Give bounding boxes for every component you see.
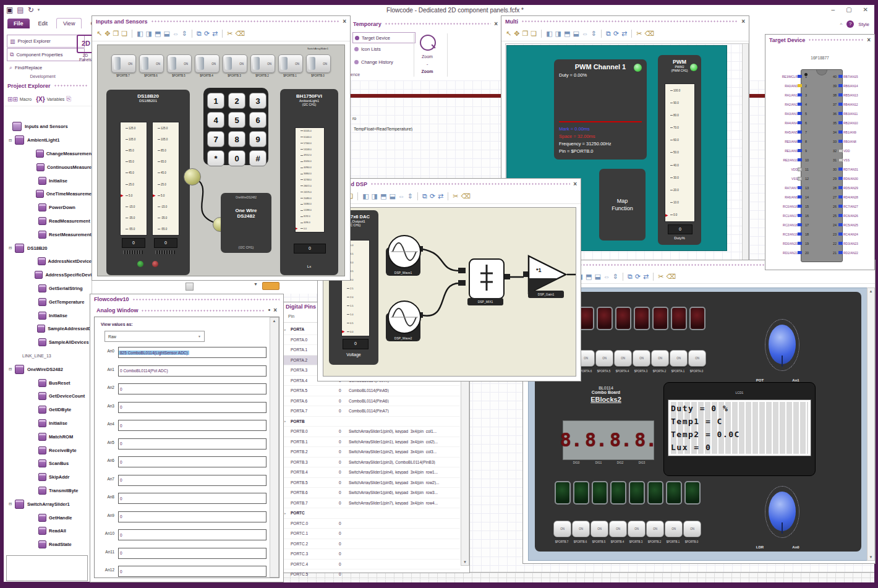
push-button[interactable]: ON: [688, 350, 706, 367]
zoom-button[interactable]: Zoom: [414, 69, 441, 74]
pwm-meter[interactable]: PWM PWM2 (PWM CH1) ▶100.0▶90.0▶80.0▶70.0…: [658, 55, 701, 245]
keypad-key[interactable]: 9: [249, 131, 266, 147]
slide-switch[interactable]: ON: [195, 54, 219, 73]
tool-icon[interactable]: [222, 30, 223, 38]
pin-row[interactable]: RA0/AN02: [769, 81, 820, 90]
pin-row[interactable]: 31VSS: [830, 155, 872, 164]
tool-icon[interactable]: [132, 30, 132, 38]
map-function-block[interactable]: MapFunction: [599, 169, 646, 241]
tool-icon[interactable]: [631, 30, 632, 38]
logo-icon[interactable]: ▣: [6, 6, 13, 14]
tree-item[interactable]: Initialise: [4, 174, 92, 187]
tool-icon[interactable]: ⧉: [422, 193, 427, 200]
table-row[interactable]: PORTC.4 0: [282, 560, 460, 570]
tool-icon[interactable]: ⇄: [643, 273, 649, 280]
tool-icon[interactable]: ⇄: [212, 30, 218, 37]
ds18b20-component[interactable]: DS18B20 DS18B201 ▶125.0▶105.0▶85.0▶65.0▶…: [106, 90, 190, 275]
close-icon[interactable]: ×: [867, 37, 871, 43]
keypad-key[interactable]: 8: [228, 131, 245, 147]
pin-row[interactable]: 22RD3/AN23: [830, 239, 872, 248]
icon-lists-toggle[interactable]: Icon Lists: [354, 46, 381, 52]
tool-icon[interactable]: ◨: [146, 30, 152, 37]
lux-scale[interactable]: ▶65535.0▶61440.0▶57344.0▶53248.0▶49152.0…: [295, 127, 325, 232]
vertical-scrollbar[interactable]: ▲: [270, 317, 279, 577]
pin-row[interactable]: RE3/MCLR1: [769, 72, 820, 81]
table-row[interactable]: PORTB.5 0 SwitchArraySlider1(pin5), keyp…: [282, 478, 460, 488]
minimize-icon[interactable]: •: [268, 307, 271, 313]
pin-row[interactable]: VSS12: [769, 174, 820, 183]
tool-icon[interactable]: ⬓: [163, 30, 169, 37]
channel-value-field[interactable]: 825 ComboBL0114(LightSensor ADC): [118, 347, 266, 358]
variables-icon[interactable]: {X}: [36, 96, 45, 103]
table-row[interactable]: PORTA.6 0 ComboBL0114(PinA6): [282, 396, 460, 407]
table-row[interactable]: PORTA.7 0 ComboBL0114(PinA7): [282, 406, 460, 417]
channel-value-field[interactable]: 0: [118, 475, 266, 486]
dropdown-arrow-icon[interactable]: ▼: [254, 282, 258, 286]
save-icon[interactable]: ▤: [17, 6, 23, 14]
table-row[interactable]: PORTC.1 0: [282, 529, 460, 539]
temperature-scale-1[interactable]: ▶125.0▶105.0▶85.0▶65.0▶45.0▶25.0▶5.0▶-15…: [120, 122, 147, 236]
pin-row[interactable]: 35RB2/AN10: [830, 118, 872, 127]
push-button[interactable]: ON: [572, 521, 590, 537]
tool-icon[interactable]: ⇄: [621, 30, 627, 37]
push-button[interactable]: ON: [633, 350, 650, 367]
zoom-icon[interactable]: [420, 35, 436, 51]
onewire-ds2482-block[interactable]: OneWireDS2482 One Wire DS2482 (I2C CH1): [221, 193, 271, 253]
tree-item[interactable]: ⊟ OneWireDS2482: [4, 362, 92, 376]
pin-row[interactable]: 39RB6/AN14: [830, 81, 872, 90]
pin-row[interactable]: RA4/AN46: [769, 118, 820, 127]
collapse-ribbon-icon[interactable]: ^: [840, 22, 842, 27]
pin-row[interactable]: RC2/AN1817: [769, 220, 820, 229]
pin-row[interactable]: RC1/AN1716: [769, 211, 820, 220]
pin-row[interactable]: 25RC6/AN26: [830, 211, 872, 220]
tool-icon[interactable]: ⇔: [173, 30, 179, 37]
tool-icon[interactable]: ⬓: [573, 30, 579, 37]
tool-icon[interactable]: ◨: [555, 30, 561, 37]
tool-icon[interactable]: ⇔: [398, 193, 405, 200]
tree-item[interactable]: MatchROM: [4, 430, 92, 443]
more-icon[interactable]: ▾: [38, 7, 40, 12]
tool-icon[interactable]: ⇕: [182, 30, 187, 37]
table-row[interactable]: PORTB.6 0 SwitchArraySlider1(pin6), keyp…: [282, 488, 460, 498]
tool-icon[interactable]: ❐: [522, 30, 528, 37]
tool-icon[interactable]: [357, 192, 358, 200]
pin-row[interactable]: RA3/AN35: [769, 109, 820, 118]
slide-switch[interactable]: ON: [111, 54, 136, 73]
keypad-key[interactable]: *: [207, 150, 224, 166]
tool-icon[interactable]: ⟳: [635, 273, 641, 280]
table-row[interactable]: PORTB.0 0 SwitchArraySlider1(pin0), keyp…: [282, 427, 460, 437]
tree-item[interactable]: ⊟ AmbientLight1: [4, 134, 92, 147]
tree-item[interactable]: ⊟ SwitchArraySlider1: [4, 497, 92, 511]
pin-row[interactable]: RA5/AN57: [769, 127, 820, 137]
close-button[interactable]: ✕: [863, 6, 868, 13]
table-row[interactable]: PORTC.0 0: [282, 519, 460, 529]
table-row[interactable]: PORTB.3 0 SwitchArraySlider1(pin3), Comb…: [282, 458, 460, 468]
loop-icon[interactable]: [262, 282, 279, 290]
bh1750-component[interactable]: BH1750FVI AmbientLight1 (I2C CH1) ▶65535…: [280, 89, 338, 275]
slide-switch[interactable]: ON: [167, 54, 192, 73]
tool-icon[interactable]: ❏: [121, 30, 127, 37]
find-replace-button[interactable]: ⌕ Find/Replace: [7, 62, 83, 74]
tool-icon[interactable]: ❏: [531, 30, 537, 37]
tree-item[interactable]: ReceiveByte: [4, 443, 92, 457]
expander-icon[interactable]: ⊟: [9, 367, 15, 372]
keypad-key[interactable]: 5: [228, 112, 245, 128]
expander-icon[interactable]: ⊟: [9, 501, 15, 506]
tree-item[interactable]: SkipAddr: [4, 471, 92, 484]
slide-switch[interactable]: ON: [250, 54, 275, 73]
slide-switch[interactable]: ON: [278, 54, 303, 73]
connection-node[interactable]: [184, 168, 201, 185]
meter-scale[interactable]: ▶100.0▶90.0▶80.0▶70.0▶60.0▶50.0▶40.0▶30.…: [665, 83, 695, 222]
pin-row[interactable]: RC0/AN1615: [769, 202, 820, 211]
table-row[interactable]: PORTB.7 0 SwitchArraySlider1(pin7), keyp…: [282, 498, 460, 509]
channel-value-field[interactable]: 0: [118, 402, 266, 413]
maximize-button[interactable]: ▢: [846, 6, 851, 13]
tool-icon[interactable]: ⧉: [628, 273, 633, 280]
tool-icon[interactable]: ⌫: [667, 273, 676, 280]
push-button[interactable]: ON: [646, 521, 664, 537]
tree-item[interactable]: SampleAllDevices: [4, 336, 92, 349]
close-icon[interactable]: ×: [573, 181, 577, 187]
pin-row[interactable]: 21RD2/AN22: [830, 248, 872, 257]
dsp-mix-block[interactable]: [469, 258, 505, 299]
temperature-scale-2[interactable]: ▶125.0▶105.0▶85.0▶65.0▶45.0▶25.0▶5.0▶-15…: [152, 122, 179, 236]
